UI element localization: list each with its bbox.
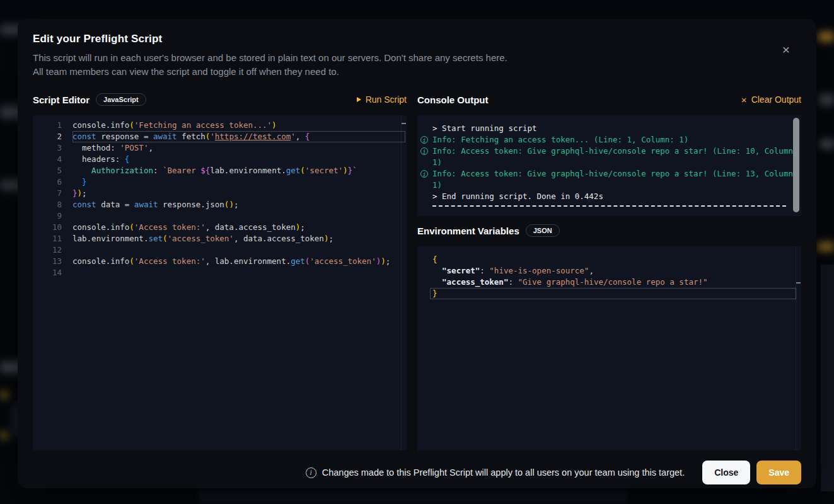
editor-line-2[interactable]: 2const response = await fetch('https://t… bbox=[33, 131, 407, 142]
script-editor[interactable]: 1console.info('Fetching an access token.… bbox=[33, 115, 407, 450]
close-button[interactable]: Close bbox=[702, 461, 750, 484]
console-output-heading: Console Output bbox=[417, 94, 489, 105]
editor-line-6[interactable]: 6 } bbox=[33, 176, 407, 188]
line-number: 7 bbox=[33, 188, 72, 199]
info-icon: i bbox=[306, 467, 316, 478]
json-badge: JSON bbox=[526, 224, 560, 237]
line-number: 13 bbox=[33, 256, 72, 267]
backdrop-blur-element bbox=[0, 432, 8, 438]
clear-output-button[interactable]: × Clear Output bbox=[741, 94, 801, 105]
backdrop-blur-element bbox=[818, 94, 834, 105]
console-line: iInfo: Access token: Give graphql-hive/c… bbox=[417, 146, 801, 168]
close-icon[interactable]: × bbox=[782, 43, 790, 56]
editor-line-12[interactable]: 12 bbox=[33, 244, 407, 256]
language-badge: JavaScript bbox=[96, 93, 146, 106]
line-number: 9 bbox=[33, 210, 72, 222]
console-line: iInfo: Access token: Give graphql-hive/c… bbox=[417, 168, 801, 191]
line-number: 5 bbox=[33, 165, 72, 176]
scrollbar-thumb[interactable] bbox=[793, 118, 799, 212]
run-script-label: Run Script bbox=[366, 94, 407, 105]
editor-line-11[interactable]: 11lab.environment.set('access_token', da… bbox=[33, 233, 407, 244]
env-line-3[interactable]: "access_token": "Give graphql-hive/conso… bbox=[417, 277, 801, 288]
preflight-script-dialog: × Edit your Preflight Script This script… bbox=[18, 19, 816, 488]
line-number: 1 bbox=[33, 120, 72, 131]
overview-ruler-mark bbox=[402, 123, 406, 124]
line-number: 2 bbox=[33, 131, 72, 142]
editor-line-3[interactable]: 3 method: 'POST', bbox=[33, 142, 407, 154]
editor-line-13[interactable]: 13console.info('Access token:', lab.envi… bbox=[33, 256, 407, 267]
line-number: 14 bbox=[33, 267, 72, 278]
clear-icon: × bbox=[741, 95, 747, 105]
editor-line-8[interactable]: 8const data = await response.json(); bbox=[33, 199, 407, 210]
backdrop-blur-element bbox=[820, 140, 834, 148]
env-line-2[interactable]: "secret": "hive-is-open-source", bbox=[417, 265, 801, 277]
environment-variables-heading: Environment Variables bbox=[417, 226, 519, 236]
overview-ruler-mark bbox=[796, 282, 801, 284]
editor-line-14[interactable]: 14 bbox=[33, 267, 407, 278]
console-line: > End running script. Done in 0.442s bbox=[417, 191, 801, 202]
backdrop-blur-element bbox=[818, 33, 834, 41]
backdrop-blur-element bbox=[0, 392, 8, 398]
editor-line-1[interactable]: 1console.info('Fetching an access token.… bbox=[33, 120, 407, 131]
backdrop-blur-element bbox=[817, 243, 834, 251]
run-script-button[interactable]: Run Script bbox=[357, 94, 407, 105]
line-number: 8 bbox=[33, 199, 72, 210]
editor-line-10[interactable]: 10console.info('Access token:', data.acc… bbox=[33, 222, 407, 233]
info-circle-icon: i bbox=[420, 147, 428, 155]
info-circle-icon: i bbox=[420, 170, 428, 178]
editor-line-4[interactable]: 4 headers: { bbox=[33, 154, 407, 165]
description-line-1: This script will run in each user's brow… bbox=[33, 51, 801, 65]
console-output: > Start running scriptiInfo: Fetching an… bbox=[417, 115, 801, 216]
env-line-4[interactable]: } bbox=[417, 288, 801, 299]
dialog-title: Edit your Preflight Script bbox=[33, 19, 801, 45]
editor-line-7[interactable]: 7}); bbox=[33, 188, 407, 199]
line-number: 3 bbox=[33, 142, 72, 154]
editor-line-9[interactable]: 9 bbox=[33, 210, 407, 222]
editor-line-5[interactable]: 5 Authorization: `Bearer ${lab.environme… bbox=[33, 165, 407, 176]
backdrop-table-strip bbox=[199, 490, 627, 504]
line-number: 12 bbox=[33, 244, 72, 256]
env-line-1[interactable]: { bbox=[417, 254, 801, 265]
console-line: iInfo: Fetching an access token... (Line… bbox=[417, 134, 801, 146]
footer-note-text: Changes made to this Preflight Script wi… bbox=[322, 467, 685, 478]
environment-variables-editor[interactable]: { "secret": "hive-is-open-source", "acce… bbox=[417, 246, 801, 450]
info-circle-icon: i bbox=[420, 136, 428, 144]
description-line-2: All team members can view the script and… bbox=[33, 65, 801, 79]
line-number: 6 bbox=[33, 176, 72, 188]
backdrop-panel-edge bbox=[821, 265, 834, 491]
play-icon bbox=[357, 97, 361, 102]
save-button[interactable]: Save bbox=[756, 461, 801, 484]
console-separator bbox=[432, 205, 786, 207]
console-line: > Start running script bbox=[417, 123, 801, 134]
line-number: 10 bbox=[33, 222, 72, 233]
line-number: 4 bbox=[33, 154, 72, 165]
footer-note: i Changes made to this Preflight Script … bbox=[306, 467, 685, 478]
line-number: 11 bbox=[33, 233, 72, 244]
clear-output-label: Clear Output bbox=[751, 94, 801, 105]
script-editor-heading: Script Editor bbox=[33, 94, 90, 105]
dialog-description: This script will run in each user's brow… bbox=[33, 51, 801, 79]
